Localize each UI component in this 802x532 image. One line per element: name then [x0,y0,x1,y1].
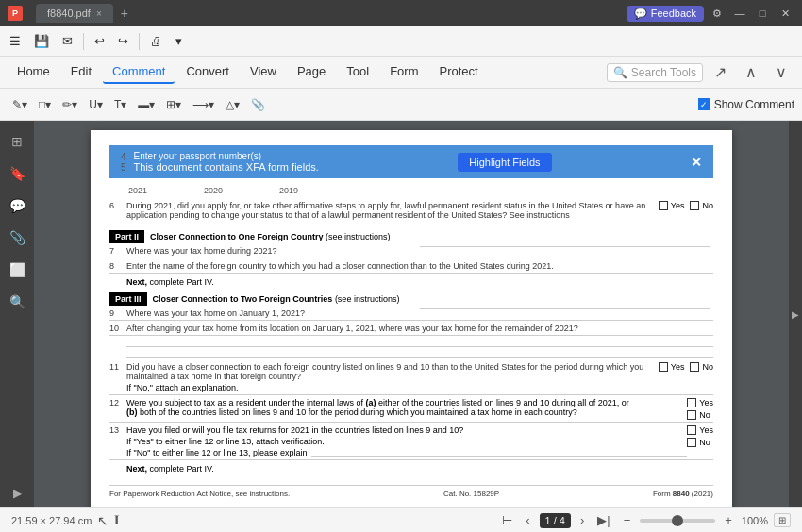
part3-label-text: Part III [115,294,142,304]
panel-icon-pages[interactable]: ⬜ [4,257,30,283]
zoom-in-button[interactable]: + [721,511,736,529]
menu-comment[interactable]: Comment [103,60,175,84]
line10-answer-area-2[interactable] [126,351,713,358]
toolbar-print-btn[interactable]: 🖨 [144,31,168,51]
line12-yes-checkbox[interactable] [687,398,696,407]
toolbar-undo-btn[interactable]: ↩ [89,31,110,51]
right-panel-collapse-btn[interactable]: ▶ [789,121,802,507]
footer-cat: Cat. No. 15829P [443,490,499,498]
show-comment-label: Show Comment [714,98,794,111]
feedback-button[interactable]: 💬 Feedback [627,6,704,22]
comment-tool-6[interactable]: ▬▾ [133,95,159,114]
panel-icon-comment[interactable]: 💬 [4,192,30,219]
menu-home[interactable]: Home [8,60,59,84]
next-complete-1: Next, complete Part IV. [126,277,713,287]
feedback-icon: 💬 [634,8,647,20]
line9-answer-line[interactable] [420,308,710,309]
toolbar-dropdown-btn[interactable]: ▾ [170,31,188,51]
line8-text: Enter the name of the foreign country to… [126,261,713,271]
settings-icon[interactable]: ⚙ [708,4,727,23]
zoom-slider[interactable] [640,519,715,523]
line12-text-a: Were you subject to tax as a resident un… [126,398,363,407]
menu-tool[interactable]: Tool [337,60,378,84]
comment-tool-9[interactable]: △▾ [221,95,244,114]
line11-yes-checkbox[interactable] [659,362,668,372]
form-row-10: 10 After changing your tax home from its… [109,324,713,336]
page-input[interactable]: 1 / 4 [540,513,571,528]
line11-num: 11 [109,362,126,372]
panel-icon-search[interactable]: 🔍 [4,289,30,315]
dimensions-display: 21.59 × 27.94 cm [11,515,92,526]
line13-yes-checkbox[interactable] [687,425,696,435]
nav-up-button[interactable]: ∧ [738,59,764,85]
line6-yes-pair: Yes [659,201,685,210]
minimize-button[interactable]: — [730,4,749,23]
line13-ifno-line[interactable] [311,449,688,457]
nav-down-button[interactable]: ∨ [768,59,794,85]
line7-num: 7 [109,246,126,256]
panel-icon-home[interactable]: ⊞ [4,128,30,155]
line10-answer-area[interactable] [126,340,713,347]
line12-no-checkbox[interactable] [687,410,696,420]
xfa-close-button[interactable]: ✕ [691,155,702,170]
line12-yes-pair: Yes [687,398,713,407]
menu-form[interactable]: Form [380,60,427,84]
line6-no-checkbox[interactable] [690,201,699,210]
line12-num: 12 [109,398,126,407]
comment-tool-1[interactable]: ✎▾ [8,95,32,114]
menu-protect[interactable]: Protect [430,60,488,84]
maximize-button[interactable]: □ [753,4,772,23]
toolbar-save-btn[interactable]: 💾 [28,31,55,51]
pdf-area[interactable]: 4 5 Enter your passport number(s) This d… [34,121,789,507]
comment-tool-4[interactable]: U▾ [84,95,108,114]
fit-page-button[interactable]: ⊞ [774,513,791,527]
share-button[interactable]: ↗ [707,59,734,85]
line12-no-pair: No [687,410,713,420]
line12-bold-a: (a) [366,398,376,407]
menu-edit[interactable]: Edit [61,60,101,84]
panel-icon-bookmark[interactable]: 🔖 [4,160,30,187]
part3-instructions: (see instructions) [335,294,400,304]
comment-tool-7[interactable]: ⊞▾ [161,95,186,114]
nav-prev-button[interactable]: ‹ [522,511,533,529]
active-tab[interactable]: f8840.pdf × [36,4,113,23]
comment-tool-10[interactable]: 📎 [246,95,270,114]
line6-yes-checkbox[interactable] [659,201,668,210]
toolbar-email-btn[interactable]: ✉ [57,31,78,51]
part3-title-area: Closer Connection to Two Foreign Countri… [153,294,400,304]
menu-page[interactable]: Page [288,60,335,84]
line11-yes-label: Yes [671,362,685,372]
toolbar-file-btn[interactable]: ☰ [4,31,26,51]
xfa-line4-text: Enter your passport number(s) [134,151,319,161]
nav-last-button[interactable]: ▶| [593,511,613,529]
panel-expand-btn[interactable]: ▶ [13,487,22,500]
left-panel: ⊞ 🔖 💬 📎 ⬜ 🔍 ▶ [0,121,34,507]
zoom-out-button[interactable]: − [620,511,635,529]
tab-close-button[interactable]: × [96,8,102,19]
main-layout: ⊞ 🔖 💬 📎 ⬜ 🔍 ▶ 4 5 Enter your passport nu… [0,121,802,507]
menu-convert[interactable]: Convert [176,60,239,84]
search-box[interactable]: 🔍 Search Tools [607,63,703,82]
menu-view[interactable]: View [241,60,286,84]
next-label-1: Next, complete Part IV. [126,277,214,287]
line11-no-checkbox[interactable] [690,362,699,372]
line7-answer-line[interactable] [420,246,710,247]
comment-tool-3[interactable]: ✏▾ [58,95,82,114]
comment-tool-2[interactable]: □▾ [34,95,56,114]
form-row-12: 12 Were you subject to tax as a resident… [109,398,713,423]
toolbar-redo-btn[interactable]: ↪ [112,31,134,51]
status-bar: 21.59 × 27.94 cm ↖ 𝐈 ⊢ ‹ 1 / 4 › ▶| − + … [0,507,802,532]
close-button[interactable]: ✕ [776,4,794,23]
highlight-fields-button[interactable]: Highlight Fields [458,153,551,172]
show-comment-checkbox[interactable]: ✓ [698,98,710,110]
new-tab-button[interactable]: + [113,2,136,25]
nav-first-button[interactable]: ⊢ [498,511,516,529]
title-bar: P f8840.pdf × + 💬 Feedback ⚙ — □ ✕ [0,0,802,26]
line13-no-checkbox[interactable] [687,438,696,447]
footer-row: For Paperwork Reduction Act Notice, see … [109,485,713,498]
line6-yes-label: Yes [671,201,685,210]
panel-icon-attach[interactable]: 📎 [4,224,30,251]
nav-next-button[interactable]: › [576,511,588,529]
comment-tool-8[interactable]: ⟶▾ [188,95,219,114]
comment-tool-5[interactable]: T▾ [109,95,131,114]
